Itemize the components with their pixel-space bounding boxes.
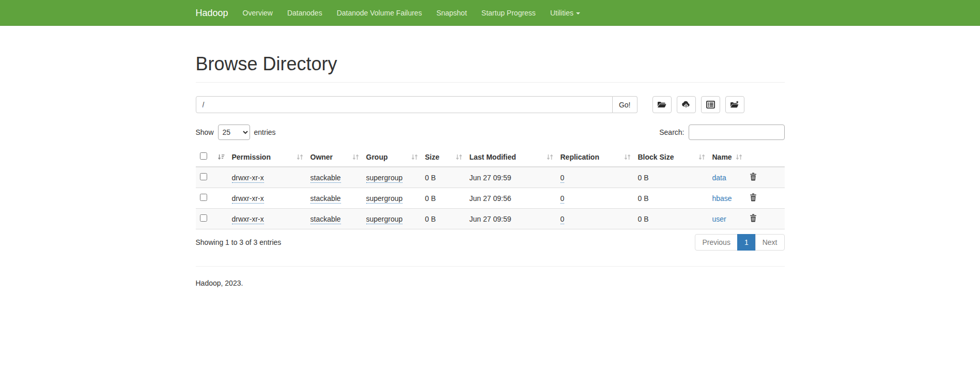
navbar-inner: Hadoop Overview Datanodes Datanode Volum… [188, 0, 792, 26]
row-checkbox[interactable] [200, 194, 207, 201]
block-size-cell: 0 B [634, 167, 708, 188]
directory-link[interactable]: hbase [712, 194, 732, 203]
size-cell: 0 B [421, 167, 465, 188]
last-modified-cell: Jun 27 09:59 [465, 167, 556, 188]
replication-cell[interactable]: 0 [561, 194, 565, 204]
trash-icon [750, 173, 757, 181]
sort-icon[interactable] [411, 153, 418, 161]
header-name[interactable]: Name [708, 147, 745, 167]
navbar-items: Overview Datanodes Datanode Volume Failu… [236, 0, 587, 26]
nav-snapshot[interactable]: Snapshot [429, 0, 474, 26]
title-divider [196, 82, 785, 83]
pagination-page-1[interactable]: 1 [737, 234, 756, 251]
header-size[interactable]: Size [421, 147, 465, 167]
pagination-next[interactable]: Next [755, 234, 785, 251]
owner-cell[interactable]: stackable [310, 215, 341, 224]
delete-button[interactable] [750, 193, 757, 201]
search-label: Search: [659, 128, 684, 136]
nav-datanodes[interactable]: Datanodes [280, 0, 330, 26]
row-checkbox[interactable] [200, 173, 207, 180]
header-select-all[interactable] [196, 147, 228, 167]
nav-datanode-volume-failures[interactable]: Datanode Volume Failures [330, 0, 429, 26]
sort-icon[interactable] [456, 153, 462, 161]
header-actions [745, 147, 785, 167]
owner-cell[interactable]: stackable [310, 194, 341, 204]
replication-cell[interactable]: 0 [561, 215, 565, 224]
header-block-size-label: Block Size [638, 153, 674, 161]
header-group-label: Group [366, 153, 388, 161]
nav-utilities-label: Utilities [550, 9, 573, 17]
search-control: Search: [659, 125, 784, 140]
row-checkbox[interactable] [200, 214, 207, 222]
show-label: Show [196, 128, 214, 136]
header-name-label: Name [712, 153, 732, 161]
main-content: Browse Directory Go! [188, 53, 792, 287]
nav-overview[interactable]: Overview [236, 0, 280, 26]
th-list-icon [706, 101, 715, 108]
directory-listing-table: Permission Owner Group Size Last Modifie… [196, 147, 785, 229]
group-cell[interactable]: supergroup [366, 215, 403, 224]
sort-icon[interactable] [352, 153, 359, 161]
table-row: drwxr-xr-x stackable supergroup 0 B Jun … [196, 167, 785, 188]
page-length-control: Show 25 entries [196, 125, 276, 140]
entries-label: entries [254, 128, 276, 136]
header-last-modified-label: Last Modified [470, 153, 516, 161]
brand-link[interactable]: Hadoop [196, 8, 228, 19]
delete-button[interactable] [750, 214, 757, 222]
path-input-group: Go! [196, 96, 637, 113]
upload-files-button[interactable] [677, 96, 696, 113]
footer-divider [196, 266, 785, 267]
go-button[interactable]: Go! [613, 96, 637, 113]
header-replication-label: Replication [561, 153, 599, 161]
trash-icon [750, 193, 757, 201]
nav-utilities[interactable]: Utilities [543, 0, 587, 26]
header-last-modified[interactable]: Last Modified [465, 147, 556, 167]
size-cell: 0 B [421, 209, 465, 229]
group-cell[interactable]: supergroup [366, 194, 403, 204]
block-size-cell: 0 B [634, 209, 708, 229]
file-list-button[interactable] [701, 96, 720, 113]
size-cell: 0 B [421, 188, 465, 209]
block-size-cell: 0 B [634, 188, 708, 209]
header-replication[interactable]: Replication [556, 147, 634, 167]
top-navbar: Hadoop Overview Datanodes Datanode Volum… [0, 0, 980, 26]
permission-cell[interactable]: drwxr-xr-x [232, 174, 264, 183]
sort-icon[interactable] [547, 153, 553, 161]
caret-down-icon [576, 12, 580, 14]
sort-amount-icon[interactable] [217, 153, 225, 161]
page-length-select[interactable]: 25 [218, 125, 250, 140]
directory-link[interactable]: user [712, 215, 726, 223]
group-cell[interactable]: supergroup [366, 174, 403, 183]
permission-cell[interactable]: drwxr-xr-x [232, 215, 264, 224]
last-modified-cell: Jun 27 09:59 [465, 209, 556, 229]
page-title: Browse Directory [196, 53, 785, 75]
directory-link[interactable]: data [712, 174, 726, 182]
directory-path-input[interactable] [196, 96, 613, 113]
last-modified-cell: Jun 27 09:56 [465, 188, 556, 209]
pagination-previous[interactable]: Previous [695, 234, 737, 251]
table-row: drwxr-xr-x stackable supergroup 0 B Jun … [196, 209, 785, 229]
sort-icon[interactable] [297, 153, 303, 161]
footer-text: Hadoop, 2023. [196, 279, 785, 287]
move-button[interactable] [725, 96, 744, 113]
table-controls-row: Show 25 entries Search: [196, 125, 785, 140]
delete-button[interactable] [750, 173, 757, 181]
nav-startup-progress[interactable]: Startup Progress [474, 0, 543, 26]
permission-cell[interactable]: drwxr-xr-x [232, 194, 264, 204]
replication-cell[interactable]: 0 [561, 174, 565, 183]
header-group[interactable]: Group [362, 147, 421, 167]
select-all-checkbox[interactable] [200, 152, 207, 160]
table-footer-row: Showing 1 to 3 of 3 entries Previous 1 N… [196, 234, 785, 251]
owner-cell[interactable]: stackable [310, 174, 341, 183]
trash-icon [750, 214, 757, 222]
table-header-row: Permission Owner Group Size Last Modifie… [196, 147, 785, 167]
sort-icon[interactable] [624, 153, 631, 161]
pagination: Previous 1 Next [695, 234, 784, 251]
create-directory-button[interactable] [652, 96, 672, 113]
sort-icon[interactable] [698, 153, 705, 161]
table-search-input[interactable] [689, 125, 785, 140]
header-permission[interactable]: Permission [228, 147, 306, 167]
header-block-size[interactable]: Block Size [634, 147, 708, 167]
sort-icon[interactable] [736, 153, 742, 161]
header-owner[interactable]: Owner [306, 147, 362, 167]
